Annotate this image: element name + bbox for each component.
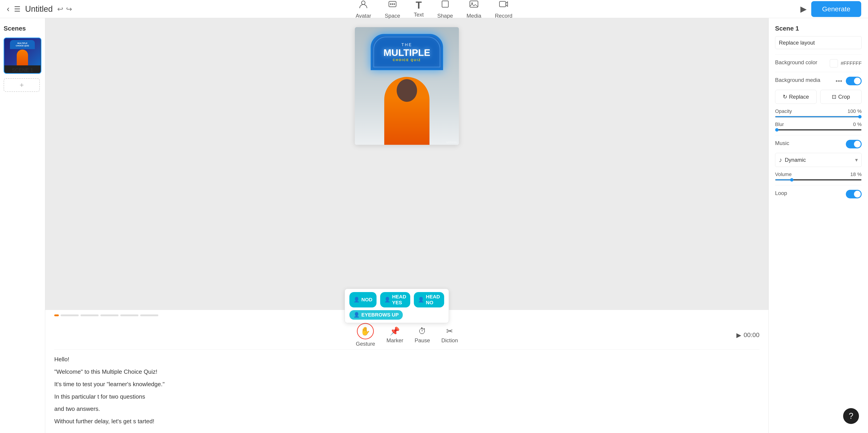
thumb-overlay — [4, 50, 40, 65]
pause-button[interactable]: ⏱ Pause — [414, 327, 430, 344]
timeline-dot-1 — [61, 314, 79, 316]
text-label: Text — [414, 11, 424, 18]
replace-icon: ↻ — [783, 94, 787, 100]
avatar-label: Avatar — [355, 13, 371, 19]
gesture-button[interactable]: ✋ Gesture — [356, 323, 375, 347]
opacity-slider-wrap — [775, 116, 862, 117]
undo-button[interactable]: ↩ — [57, 5, 63, 13]
bg-color-label: Background color — [775, 59, 817, 66]
opacity-label: Opacity — [775, 109, 792, 114]
gesture-badge-nod[interactable]: 👤 NOD — [349, 292, 377, 307]
script-line-4: In this particular t for two questions — [54, 391, 760, 402]
add-scene-button[interactable]: + — [4, 78, 40, 92]
opacity-label-row: Opacity 100 % — [775, 109, 862, 114]
background-media-row: Background media ••• — [775, 77, 862, 85]
head-yes-label: HEAD YES — [392, 294, 406, 306]
play-icon: ▶ — [736, 332, 741, 339]
marker-button[interactable]: 📌 Marker — [386, 327, 403, 344]
scene-thumbnail-1[interactable]: MULTIPLECHOICE QUIZ SCENE 1 — [4, 37, 41, 74]
space-icon — [388, 0, 397, 11]
tool-record[interactable]: Record — [495, 0, 512, 19]
scene-label-1: SCENE 1 — [4, 67, 41, 73]
blur-value: 0 % — [853, 122, 862, 127]
bg-media-toggle[interactable] — [846, 77, 862, 85]
music-icon: ♪ — [779, 156, 782, 163]
media-label: Media — [467, 13, 481, 19]
timeline-dots — [54, 314, 158, 316]
menu-button[interactable]: ☰ — [14, 5, 21, 13]
main-layout: Scenes MULTIPLECHOICE QUIZ SCENE 1 + — [0, 18, 868, 433]
blur-label-row: Blur 0 % — [775, 122, 862, 127]
timeline-dot-active — [54, 314, 59, 316]
avatar-figure — [384, 77, 430, 145]
project-title: Untitled — [25, 4, 53, 14]
gesture-badge-head-yes[interactable]: 👤 HEAD YES — [380, 292, 410, 307]
svg-rect-8 — [500, 1, 506, 7]
gesture-btn-wrap: ✋ — [357, 323, 374, 339]
tool-shape[interactable]: Shape — [437, 0, 453, 19]
loop-label: Loop — [775, 190, 787, 196]
script-line-2: "Welcome" to this Multiple Choice Quiz! — [54, 367, 760, 377]
replace-media-button[interactable]: ↻ Replace — [775, 90, 817, 104]
marker-label: Marker — [386, 337, 403, 344]
music-toggle[interactable] — [846, 140, 862, 148]
gesture-badge-eyebrows-up[interactable]: 👤 EYEBROWS UP — [349, 310, 403, 320]
redo-button[interactable]: ↪ — [66, 5, 72, 13]
tool-space[interactable]: Space — [385, 0, 400, 19]
tool-text[interactable]: T Text — [414, 0, 424, 18]
scenes-title: Scenes — [4, 25, 41, 32]
media-icon — [469, 0, 479, 11]
more-options-button[interactable]: ••• — [836, 78, 842, 85]
timeline-dot-4 — [120, 314, 138, 316]
opacity-slider[interactable] — [775, 116, 862, 117]
blur-slider[interactable] — [775, 129, 862, 130]
color-hex-value: #FFFFFF — [841, 60, 862, 66]
script-line-1: Hello! — [54, 354, 760, 365]
right-panel: Scene 1 Replace layout Background color … — [769, 18, 868, 433]
crop-label: Crop — [838, 94, 850, 100]
time-display: ▶ 00:00 — [736, 332, 760, 339]
opacity-value: 100 % — [848, 109, 862, 114]
bottom-controls: ✋ Gesture 👤 NOD 👤 — [45, 310, 769, 433]
back-button[interactable]: ‹ — [7, 4, 9, 14]
svg-rect-6 — [470, 1, 478, 7]
pause-label: Pause — [414, 337, 430, 344]
space-label: Space — [385, 13, 400, 19]
loop-row: Loop — [775, 190, 862, 198]
music-select-row[interactable]: ♪ Dynamic ▾ — [775, 153, 862, 167]
gesture-badge-head-no[interactable]: 👤 HEAD NO — [414, 292, 444, 307]
bg-media-controls: ••• — [836, 77, 862, 85]
background-color-row: Background color #FFFFFF — [775, 59, 862, 67]
music-chevron-icon: ▾ — [855, 157, 858, 163]
tool-bar: Avatar Space T Text — [355, 0, 512, 19]
scene-preview-image: MULTIPLECHOICE QUIZ — [4, 38, 40, 65]
script-line-5: and two answers. — [54, 404, 760, 414]
shape-label: Shape — [437, 13, 453, 19]
tool-avatar[interactable]: Avatar — [355, 0, 371, 19]
svg-point-2 — [390, 3, 391, 5]
loop-toggle[interactable] — [846, 190, 862, 198]
replace-layout-select[interactable]: Replace layout — [775, 36, 862, 49]
volume-slider[interactable] — [775, 179, 862, 181]
crop-media-button[interactable]: ⊡ Crop — [820, 90, 862, 104]
generate-button[interactable]: Generate — [811, 1, 861, 17]
sidebar: Scenes MULTIPLECHOICE QUIZ SCENE 1 + — [0, 18, 45, 433]
record-icon — [499, 0, 508, 11]
play-preview-button[interactable]: ▶ — [800, 4, 807, 14]
canvas-area: THE MULTIPLE CHOICE QUIZ synthesia — [45, 18, 769, 433]
record-label: Record — [495, 13, 512, 19]
help-button[interactable]: ? — [843, 408, 859, 424]
avatar-head — [397, 79, 417, 102]
color-swatch[interactable] — [830, 59, 838, 67]
tool-media[interactable]: Media — [467, 0, 481, 19]
pause-icon: ⏱ — [418, 327, 426, 336]
divider-4 — [775, 185, 862, 185]
volume-row: Volume 18 % — [775, 172, 862, 181]
gesture-controls: ✋ Gesture 👤 NOD 👤 — [54, 318, 760, 349]
head-no-icon: 👤 — [418, 297, 424, 303]
nod-icon: 👤 — [353, 297, 360, 303]
music-name: Dynamic — [785, 157, 855, 163]
diction-button[interactable]: ✂ Diction — [441, 327, 458, 344]
divider-2 — [775, 72, 862, 72]
head-yes-icon: 👤 — [384, 297, 390, 303]
